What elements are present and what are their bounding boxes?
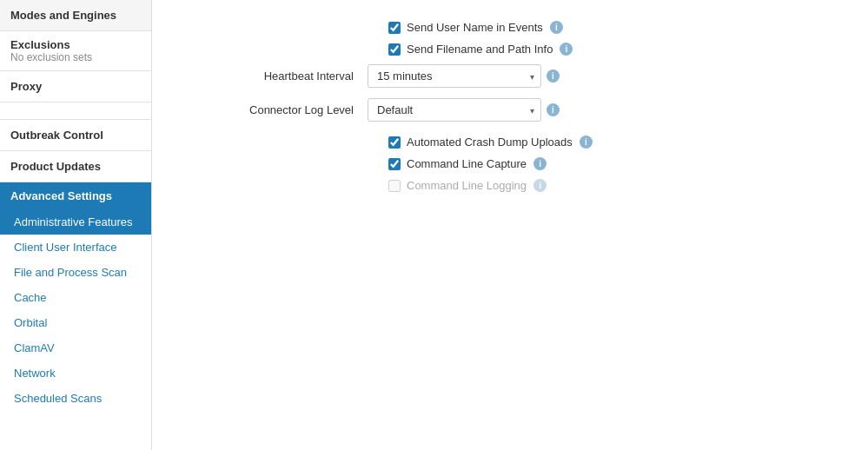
heartbeat-interval-row: Heartbeat Interval 5 minutes 10 minutes … xyxy=(180,64,840,88)
connector-log-level-select[interactable]: Default Debug Trace xyxy=(368,98,541,122)
send-filename-info-icon[interactable]: i xyxy=(560,43,573,56)
exclusions-label: Exclusions xyxy=(10,38,141,51)
command-line-logging-row: Command Line Logging i xyxy=(388,179,840,192)
sidebar-item-network[interactable]: Network xyxy=(0,361,151,386)
automated-crash-dump-row: Automated Crash Dump Uploads i xyxy=(388,136,840,149)
send-username-info-icon[interactable]: i xyxy=(550,21,563,34)
command-line-capture-row: Command Line Capture i xyxy=(388,157,840,170)
sidebar-item-administrative-features[interactable]: Administrative Features xyxy=(0,209,151,235)
main-content: Send User Name in Events i Send Filename… xyxy=(152,0,868,450)
command-line-logging-checkbox[interactable] xyxy=(388,180,401,192)
connector-log-level-select-wrapper: Default Debug Trace ▾ xyxy=(368,98,541,122)
command-line-capture-checkbox[interactable] xyxy=(388,158,401,170)
sidebar-item-product-updates[interactable]: Product Updates xyxy=(0,151,151,182)
command-line-logging-label: Command Line Logging i xyxy=(407,179,547,192)
send-username-row: Send User Name in Events i xyxy=(388,21,840,34)
send-filename-row: Send Filename and Path Info i xyxy=(388,43,840,56)
sidebar-item-clamav[interactable]: ClamAV xyxy=(0,335,151,361)
sidebar: Modes and Engines Exclusions No exclusio… xyxy=(0,0,152,450)
send-username-checkbox[interactable] xyxy=(388,22,401,34)
automated-crash-dump-checkbox[interactable] xyxy=(388,136,401,149)
heartbeat-interval-info-icon[interactable]: i xyxy=(547,69,560,83)
sidebar-item-file-and-process-scan[interactable]: File and Process Scan xyxy=(0,260,151,285)
sidebar-item-cache[interactable]: Cache xyxy=(0,285,151,310)
heartbeat-interval-select-wrapper: 5 minutes 10 minutes 15 minutes 30 minut… xyxy=(368,64,541,88)
sidebar-item-scheduled-scans[interactable]: Scheduled Scans xyxy=(0,386,151,411)
heartbeat-interval-select[interactable]: 5 minutes 10 minutes 15 minutes 30 minut… xyxy=(368,64,541,88)
connector-log-level-label: Connector Log Level xyxy=(180,103,354,116)
command-line-capture-label: Command Line Capture i xyxy=(407,157,547,170)
exclusions-sub: No exclusion sets xyxy=(10,51,141,63)
command-line-capture-info-icon[interactable]: i xyxy=(533,157,547,170)
automated-crash-dump-info-icon[interactable]: i xyxy=(580,136,593,149)
sidebar-item-client-user-interface[interactable]: Client User Interface xyxy=(0,235,151,260)
command-line-logging-info-icon[interactable]: i xyxy=(533,179,547,192)
heartbeat-interval-label: Heartbeat Interval xyxy=(180,69,354,83)
sidebar-item-exclusions[interactable]: Exclusions No exclusion sets xyxy=(0,31,151,71)
connector-log-level-info-icon[interactable]: i xyxy=(547,103,560,116)
connector-log-level-row: Connector Log Level Default Debug Trace … xyxy=(180,98,840,122)
sidebar-advanced-settings-header[interactable]: Advanced Settings xyxy=(0,182,151,209)
sidebar-item-orbital[interactable]: Orbital xyxy=(0,310,151,335)
automated-crash-dump-label: Automated Crash Dump Uploads i xyxy=(407,136,593,149)
send-filename-label: Send Filename and Path Info i xyxy=(407,43,573,56)
sidebar-item-outbreak-control[interactable]: Outbreak Control xyxy=(0,120,151,151)
sidebar-item-proxy[interactable]: Proxy xyxy=(0,71,151,103)
send-filename-checkbox[interactable] xyxy=(388,43,401,56)
send-username-label: Send User Name in Events i xyxy=(407,21,563,34)
sidebar-item-modes-engines[interactable]: Modes and Engines xyxy=(0,0,151,31)
